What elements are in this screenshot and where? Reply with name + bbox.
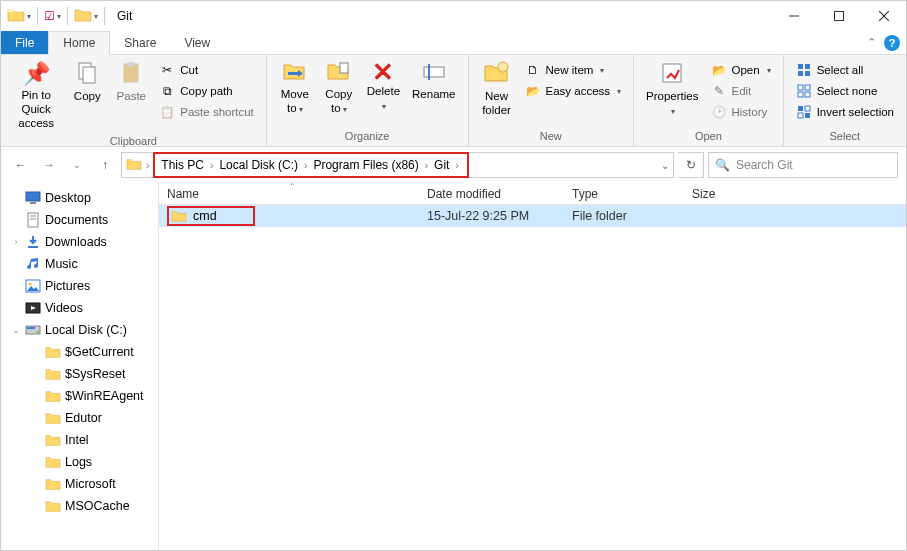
collapse-ribbon-icon[interactable]: ⌃ xyxy=(867,36,876,49)
refresh-button[interactable]: ↻ xyxy=(678,152,704,178)
minimize-button[interactable] xyxy=(771,1,816,31)
cut-button[interactable]: ✂Cut xyxy=(155,61,258,79)
music-icon xyxy=(25,256,41,272)
tree-item[interactable]: Pictures xyxy=(1,275,158,297)
tree-item[interactable]: Videos xyxy=(1,297,158,319)
recent-dropdown[interactable]: ⌄ xyxy=(65,153,89,177)
qat-dropdown-icon[interactable]: ▾ xyxy=(27,12,31,21)
search-box[interactable]: 🔍 Search Git xyxy=(708,152,898,178)
qat-separator xyxy=(37,7,38,25)
select-all-button[interactable]: Select all xyxy=(792,61,898,79)
tree-item[interactable]: ⌄Local Disk (C:) xyxy=(1,319,158,341)
tree-item[interactable]: MSOCache xyxy=(1,495,158,517)
tree-item[interactable]: Logs xyxy=(1,451,158,473)
ribbon-tabs: File Home Share View ⌃ ? xyxy=(1,31,906,55)
navigation-tree[interactable]: DesktopDocuments›DownloadsMusicPicturesV… xyxy=(1,183,159,551)
back-button[interactable]: ← xyxy=(9,153,33,177)
context-folder-icon xyxy=(74,7,92,26)
crumb-git[interactable]: Git xyxy=(432,158,451,172)
pin-quick-access-button[interactable]: 📌 Pin to Quick access xyxy=(7,59,65,133)
view-tab[interactable]: View xyxy=(170,31,224,54)
folder-icon xyxy=(45,476,61,492)
share-tab[interactable]: Share xyxy=(110,31,170,54)
col-size[interactable]: Size xyxy=(684,187,764,201)
edit-icon: ✎ xyxy=(711,83,727,99)
expand-icon[interactable]: › xyxy=(11,237,21,247)
copy-path-button[interactable]: ⧉Copy path xyxy=(155,82,258,100)
col-type[interactable]: Type xyxy=(564,187,684,201)
tree-item[interactable]: $GetCurrent xyxy=(1,341,158,363)
tree-item[interactable]: Intel xyxy=(1,429,158,451)
edit-button[interactable]: ✎Edit xyxy=(707,82,775,100)
file-row[interactable]: cmd15-Jul-22 9:25 PMFile folder xyxy=(159,205,906,227)
chevron-right-icon[interactable]: › xyxy=(142,160,153,171)
crumb-program-files[interactable]: Program Files (x86) xyxy=(311,158,420,172)
address-bar[interactable]: › This PC › Local Disk (C:) › Program Fi… xyxy=(121,152,674,178)
copy-button[interactable]: Copy xyxy=(65,59,109,106)
expand-icon[interactable]: ⌄ xyxy=(11,325,21,335)
paste-shortcut-button[interactable]: 📋Paste shortcut xyxy=(155,103,258,121)
close-button[interactable] xyxy=(861,1,906,31)
invert-selection-button[interactable]: Invert selection xyxy=(792,103,898,121)
tree-item-label: Videos xyxy=(45,301,83,315)
file-date: 15-Jul-22 9:25 PM xyxy=(419,209,564,223)
new-item-button[interactable]: 🗋New item▾ xyxy=(521,61,626,79)
file-tab[interactable]: File xyxy=(1,31,48,54)
chevron-right-icon[interactable]: › xyxy=(451,160,462,171)
paste-icon xyxy=(119,61,143,88)
qat-dropdown2-icon[interactable]: ▾ xyxy=(57,12,61,21)
address-dropdown-icon[interactable]: ⌄ xyxy=(661,160,669,171)
select-none-icon xyxy=(796,83,812,99)
properties-button[interactable]: Properties▾ xyxy=(640,59,704,120)
folder-icon xyxy=(45,454,61,470)
breadcrumb-highlight: This PC › Local Disk (C:) › Program File… xyxy=(153,152,468,178)
tree-item-label: Intel xyxy=(65,433,89,447)
svg-rect-30 xyxy=(28,246,38,248)
rename-button[interactable]: Rename xyxy=(406,59,461,104)
col-date[interactable]: Date modified xyxy=(419,187,564,201)
tree-item[interactable]: Edutor xyxy=(1,407,158,429)
qat-separator3 xyxy=(104,7,105,25)
chevron-right-icon[interactable]: › xyxy=(421,160,432,171)
forward-button[interactable]: → xyxy=(37,153,61,177)
col-name[interactable]: Name⌃ xyxy=(159,187,419,201)
svg-rect-15 xyxy=(798,71,803,76)
column-headers: Name⌃ Date modified Type Size xyxy=(159,183,906,205)
tree-item[interactable]: ›Downloads xyxy=(1,231,158,253)
tree-item-label: Downloads xyxy=(45,235,107,249)
help-icon[interactable]: ? xyxy=(884,35,900,51)
svg-rect-20 xyxy=(805,92,810,97)
tree-item[interactable]: Microsoft xyxy=(1,473,158,495)
paste-button[interactable]: Paste xyxy=(109,59,153,106)
crumb-local-disk[interactable]: Local Disk (C:) xyxy=(217,158,300,172)
move-to-button[interactable]: Move to▾ xyxy=(273,59,317,118)
paste-shortcut-icon: 📋 xyxy=(159,104,175,120)
new-folder-button[interactable]: New folder xyxy=(475,59,519,120)
delete-button[interactable]: ✕ Delete▾ xyxy=(361,59,406,115)
svg-rect-1 xyxy=(834,12,843,21)
context-dropdown-icon[interactable]: ▾ xyxy=(94,12,98,21)
home-tab[interactable]: Home xyxy=(48,31,110,55)
group-open: Properties▾ 📂Open▾ ✎Edit 🕑History Open xyxy=(634,55,784,146)
chevron-right-icon[interactable]: › xyxy=(206,160,217,171)
qat-check-icon[interactable]: ☑ xyxy=(44,9,55,23)
new-item-icon: 🗋 xyxy=(525,62,541,78)
tree-item[interactable]: $WinREAgent xyxy=(1,385,158,407)
rename-icon xyxy=(422,61,446,86)
history-button[interactable]: 🕑History xyxy=(707,103,775,121)
chevron-right-icon[interactable]: › xyxy=(300,160,311,171)
easy-access-button[interactable]: 📂Easy access▾ xyxy=(521,82,626,100)
select-none-button[interactable]: Select none xyxy=(792,82,898,100)
open-button[interactable]: 📂Open▾ xyxy=(707,61,775,79)
up-button[interactable]: ↑ xyxy=(93,153,117,177)
tree-item[interactable]: Music xyxy=(1,253,158,275)
crumb-this-pc[interactable]: This PC xyxy=(159,158,206,172)
folder-icon xyxy=(45,498,61,514)
window-controls xyxy=(771,1,906,31)
maximize-button[interactable] xyxy=(816,1,861,31)
copy-icon xyxy=(75,61,99,88)
tree-item[interactable]: Documents xyxy=(1,209,158,231)
copy-to-button[interactable]: Copy to▾ xyxy=(317,59,361,118)
tree-item[interactable]: Desktop xyxy=(1,187,158,209)
tree-item[interactable]: $SysReset xyxy=(1,363,158,385)
